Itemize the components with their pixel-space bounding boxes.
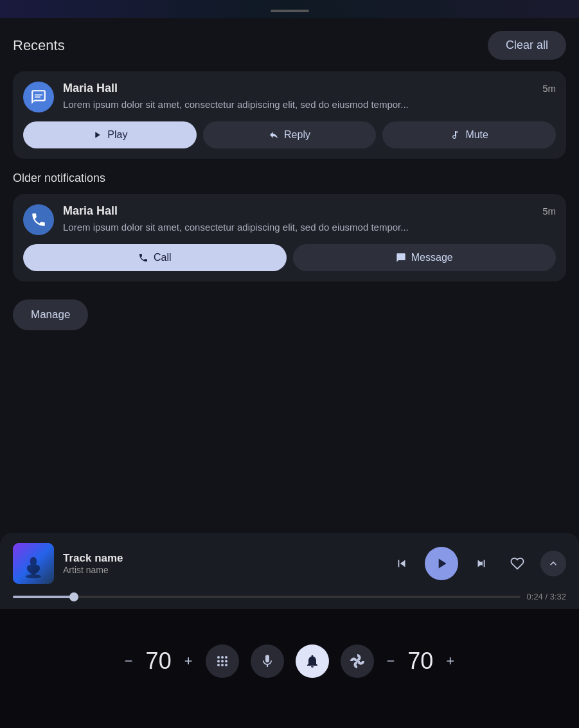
play-icon (92, 130, 102, 140)
notif-body-1: Lorem ipsum dolor sit amet, consectetur … (63, 98, 556, 111)
play-pause-icon (433, 555, 450, 572)
next-icon (474, 556, 488, 571)
left-vol-plus[interactable]: + (184, 653, 193, 670)
artist-name: Artist name (63, 565, 380, 575)
notification-card-2: Maria Hall 5m Lorem ipsum dolor sit amet… (13, 194, 566, 281)
svg-point-7 (217, 664, 220, 666)
drag-handle[interactable] (271, 10, 309, 12)
notification-card-1: Maria Hall 5m Lorem ipsum dolor sit amet… (13, 71, 566, 159)
bell-icon (305, 653, 320, 669)
call-button[interactable]: Call (23, 244, 287, 271)
bottom-nav: − 70 + − 70 (0, 609, 579, 728)
heart-button[interactable] (504, 551, 530, 576)
svg-point-2 (221, 656, 224, 659)
right-vol-number: 70 (401, 648, 440, 675)
mute-button[interactable]: Mute (382, 121, 556, 148)
manage-button[interactable]: Manage (13, 299, 88, 330)
track-name: Track name (63, 552, 380, 565)
fan-button[interactable] (341, 644, 374, 678)
notif-header-2: Maria Hall 5m (63, 204, 556, 218)
svg-point-8 (221, 664, 224, 666)
microphone-icon (260, 653, 275, 669)
svg-point-5 (221, 660, 224, 662)
player-controls (389, 547, 566, 580)
notif-body-2: Lorem ipsum dolor sit amet, consectetur … (63, 220, 556, 234)
svg-point-6 (225, 660, 227, 662)
right-vol-plus[interactable]: + (446, 653, 454, 670)
progress-thumb (69, 592, 78, 601)
notif-content-1: Maria Hall 5m Lorem ipsum dolor sit amet… (63, 82, 556, 111)
progress-row: 0:24 / 3:32 (13, 592, 566, 601)
recents-label: Recents (13, 37, 65, 54)
play-pause-button[interactable] (425, 547, 458, 580)
heart-icon (510, 556, 524, 571)
right-vol-minus[interactable]: − (387, 653, 395, 670)
top-bar (0, 0, 579, 18)
message-button[interactable]: Message (293, 244, 557, 271)
avatar-1 (23, 82, 54, 112)
chat-icon (396, 253, 406, 263)
avatar-2 (23, 204, 54, 235)
prev-button[interactable] (389, 551, 414, 576)
music-player: Track name Artist name (0, 533, 579, 609)
left-vol-minus[interactable]: − (125, 653, 133, 670)
track-info: Track name Artist name (63, 552, 380, 575)
volume-row: − 70 + − 70 (0, 644, 579, 678)
reply-icon (269, 130, 279, 140)
svg-point-1 (217, 656, 220, 659)
sender-name-2: Maria Hall (63, 204, 118, 218)
mute-icon (450, 130, 460, 140)
older-section-label: Older notifications (13, 172, 566, 185)
silhouette-icon (21, 553, 46, 579)
notif-actions-2: Call Message (23, 244, 556, 271)
grid-button[interactable] (206, 644, 239, 678)
right-volume-section: − 70 + (387, 648, 455, 675)
notif-actions-1: Play Reply Mute (23, 121, 556, 148)
microphone-button[interactable] (251, 644, 284, 678)
prev-icon (395, 556, 409, 571)
notif-top-2: Maria Hall 5m Lorem ipsum dolor sit amet… (23, 204, 556, 235)
album-silhouette (21, 553, 46, 582)
notif-time-2: 5m (542, 206, 556, 217)
chevron-up-icon (547, 557, 560, 570)
sender-name-1: Maria Hall (63, 82, 118, 95)
expand-button[interactable] (540, 551, 566, 576)
progress-bar[interactable] (13, 596, 521, 598)
svg-point-9 (225, 664, 227, 666)
svg-point-3 (225, 656, 227, 659)
player-main: Track name Artist name (13, 543, 566, 584)
album-art (13, 543, 54, 584)
notif-time-1: 5m (542, 83, 556, 94)
svg-point-4 (217, 660, 220, 662)
call-icon (138, 253, 148, 263)
left-vol-number: 70 (139, 648, 178, 675)
progress-fill (13, 596, 74, 598)
left-volume-section: − 70 + (125, 648, 193, 675)
notif-content-2: Maria Hall 5m Lorem ipsum dolor sit amet… (63, 204, 556, 234)
grid-icon (215, 653, 230, 669)
reply-button[interactable]: Reply (203, 121, 377, 148)
clear-all-button[interactable]: Clear all (488, 31, 566, 60)
bell-button[interactable] (296, 644, 329, 678)
phone-icon (30, 211, 47, 228)
main-panel: Recents Clear all Maria Hall 5m Lorem ip… (0, 18, 579, 609)
notif-top-1: Maria Hall 5m Lorem ipsum dolor sit amet… (23, 82, 556, 112)
notif-header-1: Maria Hall 5m (63, 82, 556, 95)
play-button[interactable]: Play (23, 121, 197, 148)
header-row: Recents Clear all (13, 31, 566, 60)
next-button[interactable] (468, 551, 494, 576)
message-icon (30, 89, 47, 105)
fan-icon (350, 653, 365, 669)
time-display: 0:24 / 3:32 (527, 592, 566, 601)
nav-icons-row (206, 644, 374, 678)
